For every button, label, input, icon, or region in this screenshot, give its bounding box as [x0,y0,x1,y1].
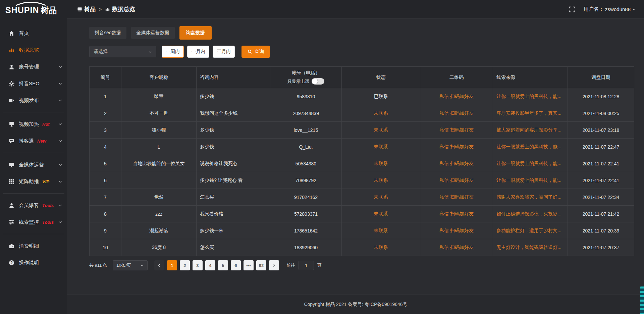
source-link[interactable]: 多功能护栏灯，适用于乡村文... [496,228,561,233]
fullscreen-icon[interactable] [569,6,575,12]
sidebar-item-video-heat[interactable]: 视频加热Hot [0,116,67,133]
sidebar-item-media-operation[interactable]: 全媒体运营 [0,156,67,173]
qr-private-message-link[interactable]: 私信 [439,110,449,116]
sidebar-item-label: 视频发布 [19,97,39,104]
sliders-icon [9,219,14,225]
sidebar-item-data-overview[interactable]: 数据总览 [0,42,67,58]
page-size-select[interactable]: 10条/页 [113,260,148,270]
status-link[interactable]: 未联系 [374,144,388,149]
page-button-6[interactable]: 6 [231,260,241,270]
table-row: 7觉然怎么买917024162未联系私信 扫码加好友感谢大家喜欢我家，被问了好.… [90,189,634,206]
query-button[interactable]: 查询 [241,46,270,58]
qr-scan-add-friend-link[interactable]: 扫码加好友 [450,211,474,216]
status-link[interactable]: 未联系 [374,228,388,233]
status-link[interactable]: 未联系 [374,211,388,216]
source-link[interactable]: 被大家追着问的客厅投影分享... [496,127,561,133]
status-link[interactable]: 未联系 [374,194,388,200]
sidebar-item-operation-guide[interactable]: ?操作说明 [0,254,67,271]
cell-account: 70898792 [270,172,342,189]
page-button-92[interactable]: 92 [256,260,266,270]
qr-scan-add-friend-link[interactable]: 扫码加好友 [450,144,474,149]
tab-inquiry-data[interactable]: 询盘数据 [179,26,212,40]
qr-private-message-link[interactable]: 私信 [439,144,449,149]
qr-private-message-link[interactable]: 私信 [439,161,449,166]
source-link[interactable]: 让你一眼就爱上的黑科技，能... [496,144,561,149]
sidebar-item-video-publish[interactable]: 视频发布 [0,92,67,109]
qr-scan-add-friend-link[interactable]: 扫码加好友 [450,161,474,166]
period-button[interactable]: 一周内 [162,46,184,58]
sidebar-item-consumption-detail[interactable]: 消费明细 [0,238,67,254]
page-button-4[interactable]: 4 [205,260,215,270]
column-header-no: 编号 [101,74,110,80]
page-ellipsis-button[interactable]: ••• [244,260,254,270]
status-link[interactable]: 未联系 [374,110,388,116]
status-link[interactable]: 已联系 [374,94,388,99]
breadcrumb-item[interactable]: 树品 [77,5,96,13]
chevron-down-icon [58,98,62,102]
query-button-label: 查询 [255,49,264,55]
qr-scan-add-friend-link[interactable]: 扫码加好友 [450,110,474,116]
source-link[interactable]: 感谢大家喜欢我家，被问了好... [496,194,561,200]
phone-only-toggle[interactable] [312,78,324,85]
cell-no: 6 [90,172,121,189]
period-button[interactable]: 三月内 [213,46,235,58]
source-link[interactable]: 让你一眼就爱上的黑科技，能... [496,161,561,166]
qr-private-message-link[interactable]: 私信 [439,177,449,183]
qr-scan-add-friend-link[interactable]: 扫码加好友 [450,228,474,233]
chevron-down-icon [632,7,636,11]
status-link[interactable]: 未联系 [374,161,388,166]
source-link[interactable]: 让你一眼就爱上的黑科技，能... [496,94,561,99]
sidebar-item-matrix-boost[interactable]: 矩阵助推VIP [0,173,67,190]
goto-label: 前往 [286,262,295,268]
column-header-source: 线索来源 [496,74,515,80]
user-menu[interactable]: 用户名： zswodun88 [584,6,636,12]
source-link[interactable]: 让你一眼就爱上的黑科技，能... [496,177,561,183]
next-page-button[interactable] [269,260,279,270]
filter-select[interactable]: 请选择 [89,46,156,57]
page-button-1[interactable]: 1 [167,260,177,270]
page-button-5[interactable]: 5 [218,260,228,270]
sidebar-item-home[interactable]: 首页 [0,25,67,42]
sidebar-item-douketong[interactable]: 抖客通New [0,133,67,149]
source-link[interactable]: 客厅安装投影半年多了，真实... [496,110,561,116]
page-button-2[interactable]: 2 [180,260,190,270]
page-button-3[interactable]: 3 [193,260,203,270]
qr-scan-add-friend-link[interactable]: 扫码加好友 [450,94,474,99]
sidebar-item-account-management[interactable]: 账号管理 [0,58,67,75]
qr-scan-add-friend-link[interactable]: 扫码加好友 [450,245,474,250]
qr-scan-add-friend-link[interactable]: 扫码加好友 [450,177,474,183]
tab-media-operation-data[interactable]: 全媒体运营数据 [131,27,175,39]
sidebar-item-label: 视频加热 [19,121,39,127]
app-logo[interactable]: SHUPIN 树品 [0,0,67,19]
source-link[interactable]: 如何正确选择投影仪，买投影... [496,211,561,216]
qr-private-message-link[interactable]: 私信 [439,228,449,233]
chevron-down-icon [58,163,62,167]
sidebar-item-douyin-seo[interactable]: 抖音SEO [0,75,67,92]
cell-content: 我只看价格 [197,206,270,222]
sidebar-item-member-baoke[interactable]: 会员爆客Tools [0,197,67,214]
grid-icon [9,179,14,185]
qr-private-message-link[interactable]: 私信 [439,245,449,250]
sidebar-divider [3,234,64,234]
status-link[interactable]: 未联系 [374,127,388,133]
qr-private-message-link[interactable]: 私信 [439,211,449,216]
prev-page-button[interactable] [154,260,164,270]
status-link[interactable]: 未联系 [374,177,388,183]
column-header-date: 询盘日期 [592,74,610,80]
qr-private-message-link[interactable]: 私信 [439,194,449,200]
sidebar-item-clue-monitor[interactable]: 线索监控Tools [0,214,67,230]
breadcrumb-item[interactable]: 数据总览 [105,5,135,13]
qr-scan-add-friend-link[interactable]: 扫码加好友 [450,127,474,133]
period-button[interactable]: 一月内 [187,46,209,58]
qr-private-message-link[interactable]: 私信 [439,127,449,133]
tab-douyin-seo-data[interactable]: 抖音seo数据 [89,27,126,39]
search-icon [248,49,252,54]
goto-page-input[interactable] [299,261,314,270]
chevron-down-icon [58,179,62,184]
table-row: 6多少钱? 让我死心 看70898792未联系私信 扫码加好友让你一眼就爱上的黑… [90,172,634,189]
floating-widget[interactable] [640,286,644,314]
qr-scan-add-friend-link[interactable]: 扫码加好友 [450,194,474,200]
qr-private-message-link[interactable]: 私信 [439,94,449,99]
status-link[interactable]: 未联系 [374,245,388,250]
source-link[interactable]: 无主灯设计，智能磁吸轨道灯... [496,245,561,250]
